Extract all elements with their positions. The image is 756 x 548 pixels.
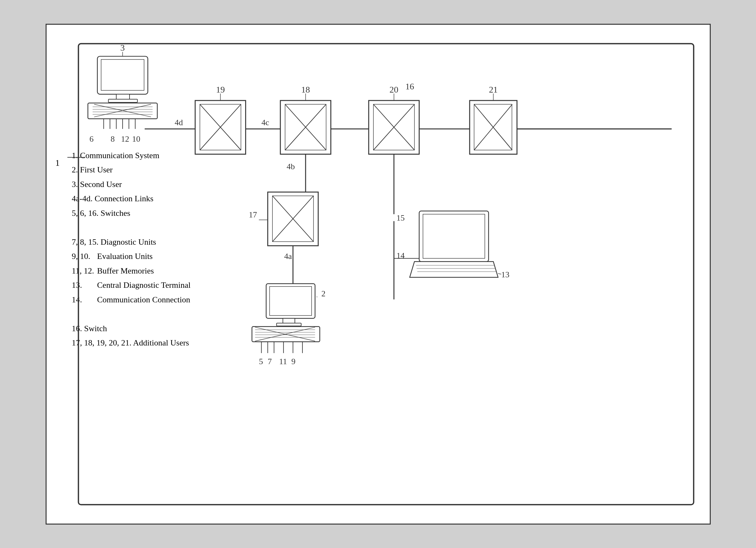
svg-text:4d: 4d: [175, 118, 183, 127]
svg-rect-64: [283, 318, 295, 323]
svg-text:11: 11: [279, 357, 287, 366]
svg-text:4c: 4c: [261, 118, 269, 127]
svg-text:18: 18: [301, 85, 310, 94]
svg-rect-90: [423, 214, 485, 258]
svg-text:2: 2: [321, 289, 325, 298]
svg-text:16: 16: [405, 81, 414, 91]
svg-text:19: 19: [216, 85, 225, 94]
svg-line-96: [498, 273, 501, 274]
svg-rect-65: [276, 323, 301, 326]
svg-text:15: 15: [396, 213, 404, 222]
svg-marker-91: [410, 261, 498, 277]
svg-rect-5: [108, 99, 137, 102]
svg-text:21: 21: [489, 85, 498, 94]
svg-rect-63: [270, 286, 311, 316]
svg-text:12: 12: [121, 134, 129, 143]
svg-text:14: 14: [396, 251, 404, 260]
svg-text:4a: 4a: [284, 252, 292, 261]
svg-text:20: 20: [389, 85, 398, 94]
svg-text:17: 17: [249, 210, 257, 219]
svg-rect-3: [101, 59, 144, 90]
diagram-svg: 3 6 8 12 10 19 4d 18 4c: [47, 25, 710, 524]
svg-text:8: 8: [111, 134, 115, 143]
page: 1 1. Communication System 2. First User …: [46, 24, 711, 525]
svg-text:7: 7: [268, 357, 272, 366]
svg-text:5: 5: [259, 357, 263, 366]
svg-text:4b: 4b: [287, 162, 295, 171]
svg-text:9: 9: [291, 357, 295, 366]
svg-text:10: 10: [132, 134, 140, 143]
svg-text:13: 13: [501, 270, 509, 279]
svg-text:6: 6: [89, 134, 93, 143]
